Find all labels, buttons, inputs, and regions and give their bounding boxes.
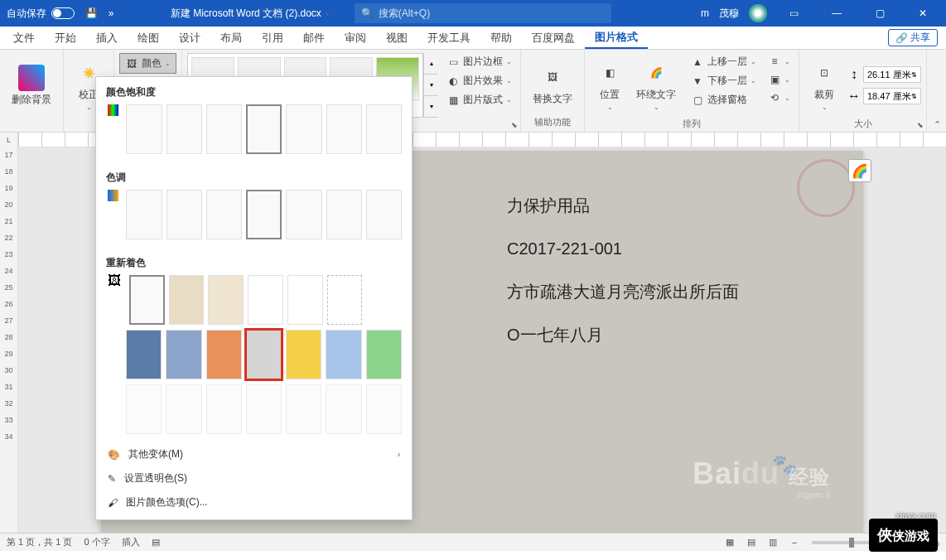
tab-view[interactable]: 视图	[376, 27, 417, 49]
avatar[interactable]	[749, 4, 767, 22]
tone-thumb[interactable]	[286, 190, 321, 239]
more-variations-item[interactable]: 🎨 其他变体(M) ›	[96, 442, 412, 466]
vertical-ruler[interactable]: 171819 202122 232425 262728 293031 32333…	[0, 147, 18, 533]
toggle-switch[interactable]	[51, 7, 75, 19]
saturation-thumb[interactable]	[126, 104, 162, 154]
read-mode-icon[interactable]: ▦	[721, 535, 739, 550]
align-button[interactable]: ≡⌄	[765, 53, 794, 70]
recolor-thumb-highlighted[interactable]	[246, 330, 282, 379]
page-info[interactable]: 第 1 页，共 1 页	[7, 536, 72, 548]
expand-gallery-icon[interactable]: ▾	[424, 96, 438, 118]
group-button[interactable]: ▣⌄	[765, 71, 794, 88]
tab-picture-format[interactable]: 图片格式	[585, 27, 648, 49]
macro-icon[interactable]: ▤	[152, 537, 160, 548]
tab-home[interactable]: 开始	[45, 27, 86, 49]
recolor-thumb[interactable]	[286, 384, 321, 434]
saturation-thumb[interactable]	[366, 104, 402, 154]
send-backward-button[interactable]: ▼下移一层⌄	[688, 72, 760, 89]
tone-label: 色调	[106, 171, 402, 185]
recolor-thumb[interactable]	[326, 384, 361, 434]
color-options-item[interactable]: 🖌 图片颜色选项(C)...	[96, 490, 412, 514]
dialog-launcher-icon[interactable]: ⬊	[917, 121, 924, 129]
picture-effects-button[interactable]: ◐图片效果⌄	[443, 72, 515, 89]
tab-insert[interactable]: 插入	[86, 27, 128, 49]
width-input[interactable]: 18.47 厘米⇅	[863, 88, 921, 104]
recolor-thumb[interactable]	[166, 384, 201, 434]
close-button[interactable]: ✕	[906, 0, 939, 27]
more-icon[interactable]: »	[101, 3, 121, 23]
picture-border-button[interactable]: ▭图片边框⌄	[443, 53, 515, 70]
tab-review[interactable]: 审阅	[335, 27, 376, 49]
recolor-thumb[interactable]	[366, 330, 402, 379]
wrap-text-button[interactable]: 🌈 环绕文字⌄	[630, 53, 683, 118]
share-button[interactable]: 🔗共享	[888, 29, 938, 46]
tab-developer[interactable]: 开发工具	[417, 27, 480, 49]
save-icon[interactable]: 💾	[81, 3, 101, 23]
dialog-launcher-icon[interactable]: ⬊	[511, 121, 518, 129]
tone-thumb[interactable]	[366, 190, 402, 239]
saturation-thumb[interactable]	[286, 104, 321, 154]
insert-mode[interactable]: 插入	[122, 536, 140, 548]
recolor-thumb[interactable]	[208, 275, 244, 325]
minimize-button[interactable]: —	[820, 0, 853, 27]
saturation-thumb[interactable]	[206, 104, 242, 154]
bring-forward-button[interactable]: ▲上移一层⌄	[688, 53, 760, 70]
recolor-thumb[interactable]	[246, 384, 282, 434]
tab-draw[interactable]: 绘图	[128, 27, 169, 49]
recolor-thumb[interactable]	[366, 384, 402, 434]
alt-text-button[interactable]: 🖼 替换文字	[526, 53, 579, 116]
recolor-thumb[interactable]	[286, 330, 321, 379]
height-input[interactable]: 26.11 厘米⇅	[863, 66, 921, 83]
saturation-thumb[interactable]	[326, 104, 362, 154]
picture-layout-button[interactable]: ▦图片版式⌄	[443, 91, 515, 109]
tab-mailings[interactable]: 邮件	[293, 27, 335, 49]
print-layout-icon[interactable]: ▤	[742, 535, 760, 550]
tab-help[interactable]: 帮助	[480, 27, 522, 49]
rotate-button[interactable]: ⟲⌄	[765, 89, 794, 106]
saturation-thumb-selected[interactable]	[246, 104, 282, 154]
recolor-thumb[interactable]	[248, 275, 283, 325]
word-count[interactable]: 0 个字	[84, 536, 109, 548]
recolor-thumb[interactable]	[169, 275, 205, 325]
tab-references[interactable]: 引用	[252, 27, 293, 49]
web-layout-icon[interactable]: ▥	[764, 535, 782, 550]
crop-button[interactable]: ⊡ 裁剪⌄	[804, 53, 844, 118]
selection-pane-button[interactable]: ▢选择窗格	[688, 91, 760, 109]
gallery-scroll[interactable]: ▴ ▾ ▾	[423, 53, 438, 118]
tab-layout[interactable]: 布局	[210, 27, 252, 49]
search-input[interactable]: 🔍 搜索(Alt+Q)	[355, 3, 611, 23]
saturation-thumb[interactable]	[167, 104, 202, 154]
tone-thumb[interactable]	[326, 190, 362, 239]
scroll-down-icon[interactable]: ▾	[424, 75, 438, 96]
collapse-ribbon-icon[interactable]: ⌃	[934, 119, 941, 130]
user-name[interactable]: 茂穆	[719, 7, 739, 21]
recolor-thumb[interactable]	[129, 275, 165, 325]
recolor-thumb[interactable]	[166, 330, 201, 379]
align-icon: ≡	[768, 55, 781, 68]
tone-thumb[interactable]	[167, 190, 202, 239]
recolor-thumb[interactable]	[326, 330, 361, 379]
recolor-thumb[interactable]	[206, 384, 242, 434]
tab-baidu[interactable]: 百度网盘	[522, 27, 585, 49]
recolor-thumb[interactable]	[327, 275, 363, 325]
zoom-out-button[interactable]: −	[785, 535, 804, 550]
recolor-thumb[interactable]	[206, 330, 242, 379]
scroll-up-icon[interactable]: ▴	[424, 53, 438, 75]
position-button[interactable]: ◧ 位置⌄	[590, 53, 630, 118]
ribbon-mode-icon[interactable]: ▭	[777, 0, 810, 27]
auto-save-toggle[interactable]: 自动保存	[0, 7, 81, 21]
document-title[interactable]: 新建 Microsoft Word 文档 (2).docx ∨	[171, 7, 330, 21]
recolor-thumb[interactable]	[126, 330, 162, 379]
tab-design[interactable]: 设计	[169, 27, 210, 49]
tone-thumb[interactable]	[206, 190, 242, 239]
tab-file[interactable]: 文件	[3, 27, 45, 49]
maximize-button[interactable]: ▢	[863, 0, 896, 27]
remove-background-button[interactable]: 删除背景	[5, 53, 58, 118]
layout-options-icon[interactable]: 🌈	[848, 159, 871, 182]
recolor-thumb[interactable]	[126, 384, 162, 434]
tone-thumb-selected[interactable]	[246, 190, 282, 239]
recolor-thumb[interactable]	[287, 275, 323, 325]
color-button[interactable]: 🖼 颜色⌄	[119, 53, 176, 74]
set-transparent-item[interactable]: ✎ 设置透明色(S)	[96, 466, 412, 490]
tone-thumb[interactable]	[126, 190, 162, 239]
